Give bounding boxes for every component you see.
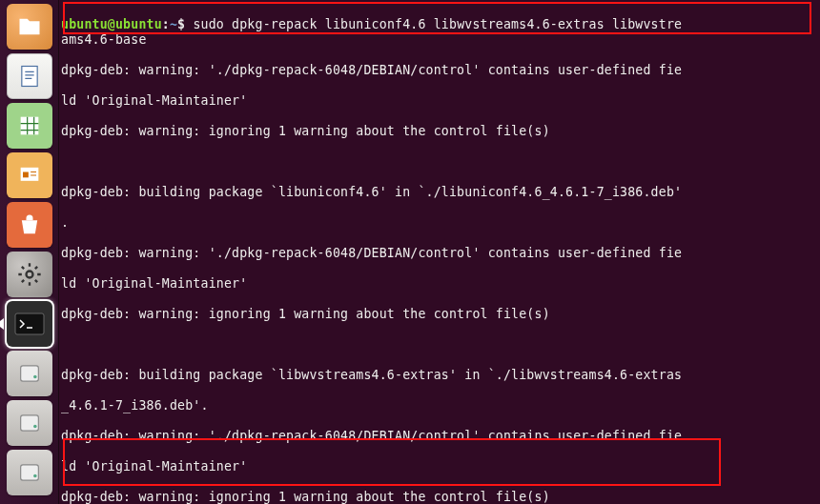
svg-point-7 xyxy=(33,375,37,379)
prompt-path: ~ xyxy=(170,17,177,31)
output-line: _4.6.1-7_i386.deb'. xyxy=(61,398,818,413)
output-line: dpkg-deb: building package `libuniconf4.… xyxy=(61,185,818,200)
output-line: dpkg-deb: building package `libwvstreams… xyxy=(61,368,818,383)
prompt-end: $ xyxy=(177,17,185,31)
output-line: . xyxy=(61,215,818,231)
launcher xyxy=(0,0,59,504)
software-icon[interactable] xyxy=(7,202,52,248)
impress-icon[interactable] xyxy=(7,152,52,198)
terminal-icon[interactable] xyxy=(7,301,52,347)
settings-icon[interactable] xyxy=(7,252,52,297)
output-line: dpkg-deb: warning: ignoring 1 warning ab… xyxy=(61,490,818,504)
svg-point-11 xyxy=(33,474,37,478)
svg-rect-5 xyxy=(15,313,44,334)
output-line: ld 'Original-Maintainer' xyxy=(61,93,818,109)
output-line: ld 'Original-Maintainer' xyxy=(61,276,818,292)
files-icon[interactable] xyxy=(7,4,52,50)
svg-rect-1 xyxy=(20,117,38,135)
svg-rect-8 xyxy=(20,415,38,431)
svg-point-9 xyxy=(33,425,37,429)
svg-rect-0 xyxy=(21,67,36,87)
prompt-user: ubuntu@ubuntu xyxy=(61,17,162,31)
svg-point-4 xyxy=(26,272,32,278)
calc-icon[interactable] xyxy=(7,103,52,149)
prompt-sep: : xyxy=(162,17,170,31)
output-line: dpkg-deb: warning: './dpkg-repack-6048/D… xyxy=(61,246,818,261)
disk-icon[interactable] xyxy=(7,351,52,396)
svg-rect-10 xyxy=(20,465,38,480)
terminal-content[interactable]: ubuntu@ubuntu:~$ sudo dpkg-repack libuni… xyxy=(59,0,820,504)
svg-rect-3 xyxy=(23,172,29,178)
output-line: ld 'Original-Maintainer' xyxy=(61,459,818,474)
output-line: dpkg-deb: warning: './dpkg-repack-6048/D… xyxy=(61,63,818,78)
output-line: dpkg-deb: warning: ignoring 1 warning ab… xyxy=(61,307,818,322)
writer-icon[interactable] xyxy=(7,53,52,99)
terminal-window[interactable]: ubuntu@ubuntu:~$ sudo dpkg-repack libuni… xyxy=(59,0,820,504)
disk-icon[interactable] xyxy=(7,450,52,495)
disk-icon[interactable] xyxy=(7,400,52,446)
output-line: dpkg-deb: warning: './dpkg-repack-6048/D… xyxy=(61,429,818,444)
output-line: dpkg-deb: warning: ignoring 1 warning ab… xyxy=(61,124,818,139)
svg-rect-6 xyxy=(20,366,38,381)
